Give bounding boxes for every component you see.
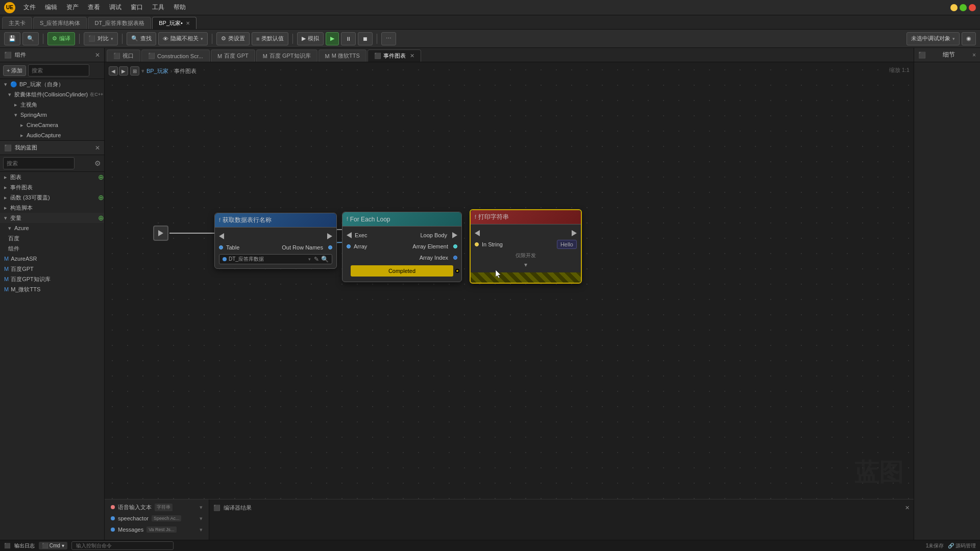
my-blueprint-close[interactable]: ✕ xyxy=(95,144,100,152)
tree-item-capsule[interactable]: ▾ 胶囊体组件(CollisionCylinder) 在C++ xyxy=(0,89,104,99)
tree-var-azure[interactable]: ▾ Azure xyxy=(0,223,104,233)
simulate-button[interactable]: ▶ 模拟 xyxy=(297,32,324,45)
tree-lib-azureasr[interactable]: M AzureASR xyxy=(0,254,104,264)
tts-icon: M xyxy=(325,53,330,59)
tree-item-main-view[interactable]: ▸ 主视角 xyxy=(0,99,104,110)
add-function-icon[interactable]: ⊕ xyxy=(98,193,104,202)
construction-icon: ⬛ xyxy=(148,53,155,59)
maximize-button[interactable] xyxy=(960,4,967,11)
close-button[interactable] xyxy=(969,4,976,11)
tree-graphs[interactable]: ▸ 图表 ⊕ xyxy=(0,172,104,182)
console-input[interactable] xyxy=(71,541,174,550)
tree-lib-baidu-knowledge[interactable]: M 百度GPT知识库 xyxy=(0,274,104,284)
blueprint-watermark: 蓝图 xyxy=(854,456,903,489)
tab-baidu-knowledge[interactable]: M 百度 GPT知识库 xyxy=(256,49,317,62)
minimize-button[interactable] xyxy=(950,4,958,11)
dropdown-edit[interactable]: ✎ xyxy=(314,256,319,263)
class-settings-button[interactable]: ⚙ 类设置 xyxy=(216,32,250,45)
pause-button[interactable]: ⏸ xyxy=(341,32,356,45)
menu-debug[interactable]: 调试 xyxy=(105,2,126,13)
loop-body-label: Loop Body xyxy=(420,232,447,238)
more-button[interactable]: ⋯ xyxy=(381,32,396,45)
find-button[interactable]: 🔍 查找 xyxy=(127,32,156,45)
tab-baidu-gpt[interactable]: M 百度 GPT xyxy=(211,49,255,62)
tree-item-cinecamera[interactable]: ▸ CineCamera xyxy=(0,120,104,130)
debug-btn[interactable]: ◉ xyxy=(962,32,976,45)
tree-variables[interactable]: ▾ 变量 ⊕ xyxy=(0,213,104,223)
expand-button[interactable]: ▾ xyxy=(471,261,581,268)
component-search[interactable] xyxy=(28,64,89,77)
tree-var-baidu[interactable]: 百度 xyxy=(0,233,104,243)
tree-functions[interactable]: ▸ 函数 (33可覆盖) ⊕ xyxy=(0,192,104,203)
components-close[interactable]: ✕ xyxy=(95,52,100,59)
tree-label: 胶囊体组件(CollisionCylinder) xyxy=(14,91,88,98)
dropdown-clear[interactable]: 🔍 xyxy=(321,256,329,263)
tree-item-bp-player[interactable]: ▾ 🔵 BP_玩家（自身） xyxy=(0,79,104,89)
add-component-button[interactable]: + 添加 xyxy=(3,65,26,76)
exit-log-btn[interactable]: 输出日志 xyxy=(14,542,35,549)
tree-label: SpringArm xyxy=(20,112,47,118)
save-button[interactable]: 💾 xyxy=(4,32,20,45)
tree-var-components[interactable]: 组件 xyxy=(0,243,104,254)
tree-macro[interactable]: ▸ 构造脚本 xyxy=(0,203,104,213)
var-expand-arrow[interactable]: ▾ xyxy=(200,504,203,511)
completed-button[interactable]: Completed xyxy=(351,265,453,277)
right-panel-close[interactable]: × xyxy=(972,52,976,59)
breadcrumb-bp[interactable]: BP_玩家 xyxy=(146,67,168,75)
add-variable-icon[interactable]: ⊕ xyxy=(98,214,104,222)
cmd-btn[interactable]: ⬛ Cmd ▾ xyxy=(39,542,67,549)
nav-back[interactable]: ◀ xyxy=(109,66,118,76)
compiler-close[interactable]: ✕ xyxy=(905,505,910,511)
var-item-messages[interactable]: Messages Va Rest Js... ▾ xyxy=(109,524,205,535)
tree-lib-microsoft-tts[interactable]: M M_微软TTS xyxy=(0,284,104,294)
var-expand-arrow[interactable]: ▾ xyxy=(200,527,203,533)
stop-button[interactable]: ⏹ xyxy=(358,32,373,45)
toolbar: 💾 🔍 ⚙ 编译 ⬛ 对比 ▾ 🔍 查找 👁 隐藏不相关 ▾ ⚙ 类设置 ≡ 类… xyxy=(0,30,980,48)
find-icon: 🔍 xyxy=(131,35,138,42)
blueprint-search[interactable] xyxy=(3,157,75,169)
debug-target-button[interactable]: 未选中调试对象 ▾ xyxy=(906,32,960,45)
tab-viewport[interactable]: ⬛ 视口 xyxy=(107,49,140,62)
tab-event-close[interactable]: ✕ xyxy=(410,53,414,59)
tab-microsoft-tts[interactable]: M M 微软TTS xyxy=(318,49,366,62)
tab-main-level[interactable]: 主关卡 xyxy=(2,17,32,29)
tab-event-graph[interactable]: ⬛ 事件图表 ✕ xyxy=(368,49,421,62)
menu-help[interactable]: 帮助 xyxy=(169,2,190,13)
tab-bp-player-close[interactable]: ✕ xyxy=(186,20,190,26)
tab-bp-player[interactable]: BP_玩家• ✕ xyxy=(152,17,197,29)
var-type: Speech Ac... xyxy=(152,515,182,521)
menu-view[interactable]: 查看 xyxy=(84,2,104,13)
var-expand-arrow[interactable]: ▾ xyxy=(200,515,203,522)
menu-window[interactable]: 窗口 xyxy=(127,2,147,13)
out-row-names-label: Out Row Names xyxy=(282,244,323,251)
tree-lib-baidu-gpt[interactable]: M 百度GPT xyxy=(0,264,104,274)
menu-asset[interactable]: 资产 xyxy=(62,2,83,13)
menu-file[interactable]: 文件 xyxy=(19,2,40,13)
nav-grid[interactable]: ⊞ xyxy=(130,66,139,76)
blueprint-canvas[interactable]: ◀ ▶ ⊞ ▾ BP_玩家 › 事件图表 缩放 1:1 蓝图 xyxy=(105,62,914,499)
nav-forward[interactable]: ▶ xyxy=(119,66,128,76)
browse-button[interactable]: 🔍 xyxy=(22,32,39,45)
hide-button[interactable]: 👁 隐藏不相关 ▾ xyxy=(158,32,208,45)
tab-viewport-label: 视口 xyxy=(122,52,134,60)
tab-structure[interactable]: S_应答库结构体 xyxy=(33,17,87,29)
menu-tools[interactable]: 工具 xyxy=(148,2,168,13)
tab-construction[interactable]: ⬛ Construction Scr... xyxy=(141,49,210,62)
diff-button[interactable]: ⬛ 对比 ▾ xyxy=(84,32,118,45)
window-controls xyxy=(950,0,976,15)
play-button[interactable]: ▶ xyxy=(326,32,339,45)
var-item-voice-input[interactable]: 语音输入文本 字符串 ▾ xyxy=(109,502,205,513)
var-item-speechactor[interactable]: speechactor Speech Ac... ▾ xyxy=(109,513,205,524)
tree-item-springarm[interactable]: ▾ SpringArm xyxy=(0,110,104,120)
compiler-icon: ⬛ xyxy=(213,505,220,511)
blueprint-settings-icon[interactable]: ⚙ xyxy=(94,159,101,167)
source-control[interactable]: 🔗 源码管理 xyxy=(948,542,976,549)
add-graph-icon[interactable]: ⊕ xyxy=(98,173,104,181)
tab-data-table[interactable]: DT_应答库数据表格 xyxy=(88,17,151,29)
tree-item-audiocapture[interactable]: ▸ AudioCapture xyxy=(0,130,104,140)
tree-event-graph[interactable]: ▸ 事件图表 xyxy=(0,182,104,192)
menu-edit[interactable]: 编辑 xyxy=(41,2,61,13)
table-dropdown[interactable]: DT_应答库数据 ▾ ✎ 🔍 xyxy=(219,254,332,264)
compile-button[interactable]: ⚙ 编译 xyxy=(47,32,75,45)
class-defaults-button[interactable]: ≡ 类默认值 xyxy=(252,32,288,45)
